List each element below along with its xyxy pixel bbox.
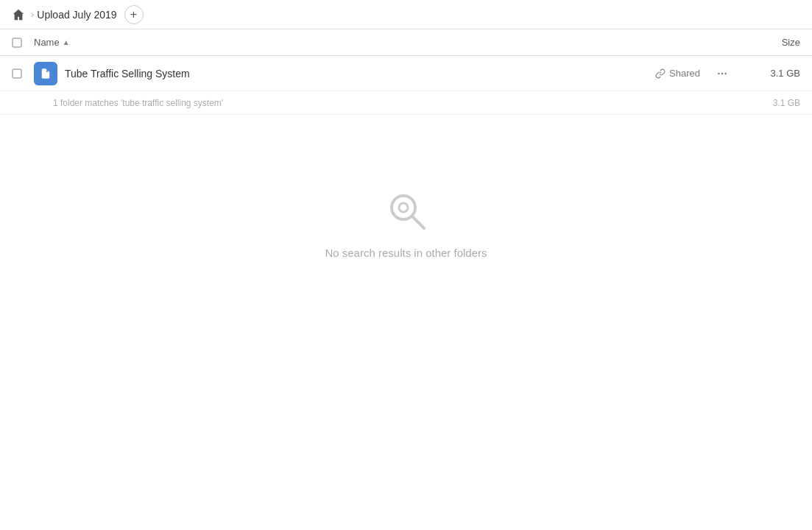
file-name-label: Tube Traffic Selling System (65, 68, 655, 80)
svg-point-5 (724, 72, 727, 74)
breadcrumb-label[interactable]: Upload July 2019 (37, 9, 116, 21)
add-button[interactable]: + (124, 5, 144, 24)
empty-state-message: No search results in other folders (325, 247, 487, 259)
svg-rect-0 (13, 38, 21, 47)
svg-line-7 (412, 216, 424, 228)
link-icon (655, 68, 666, 79)
sub-result-size: 3.1 GB (741, 98, 800, 108)
file-checkbox[interactable] (12, 68, 34, 79)
home-button[interactable] (12, 8, 25, 21)
more-options-button[interactable] (712, 63, 732, 84)
svg-point-4 (721, 72, 724, 74)
svg-rect-1 (13, 69, 21, 78)
file-size-label: 3.1 GB (741, 68, 800, 79)
select-all-checkbox[interactable] (12, 38, 34, 48)
top-bar: › Upload July 2019 + (0, 0, 812, 29)
name-column-header[interactable]: Name ▲ (34, 37, 741, 48)
shared-indicator: Shared (655, 68, 700, 79)
file-type-icon (34, 62, 57, 85)
shared-label: Shared (669, 68, 700, 79)
sub-result-row: 1 folder matches 'tube traffic selling s… (0, 91, 812, 115)
column-header: Name ▲ Size (0, 29, 812, 56)
sort-arrow-icon: ▲ (63, 38, 70, 46)
svg-point-8 (399, 203, 408, 212)
breadcrumb-separator: › (31, 9, 34, 20)
no-results-icon (384, 188, 428, 235)
size-column-header: Size (741, 37, 800, 48)
svg-point-3 (718, 72, 720, 74)
file-row[interactable]: Tube Traffic Selling System Shared 3.1 G… (0, 56, 812, 91)
sub-result-text: 1 folder matches 'tube traffic selling s… (53, 98, 741, 108)
empty-state: No search results in other folders (0, 115, 812, 259)
